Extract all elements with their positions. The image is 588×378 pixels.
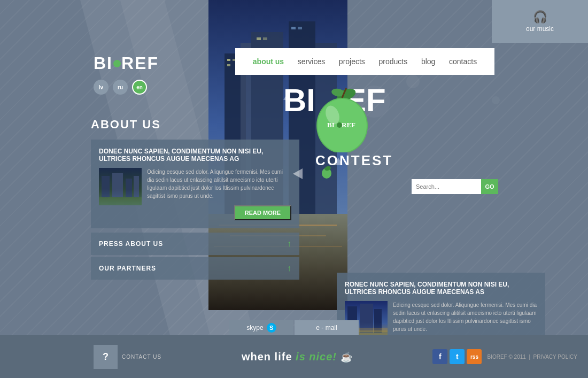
accordion-press[interactable]: PRESS ABOUT US ↑ [91, 233, 299, 255]
social-icons: f t rss [432, 349, 482, 364]
article-1-text: Odicing eesque sed dolor. Aliqungue ferm… [147, 168, 291, 200]
accordion-partners-label: OUR PARTNERS [99, 265, 156, 272]
article-2-text: Edicing eesque sed dolor. Aliqungue ferm… [393, 301, 537, 333]
about-us-title: ABOUT US [91, 118, 299, 132]
nav-projects[interactable]: projects [334, 55, 370, 68]
svg-rect-26 [102, 176, 110, 197]
svg-rect-34 [374, 309, 382, 333]
skype-label: skype [246, 324, 263, 331]
main-nav: about us services projects products blog… [235, 48, 494, 75]
copyright-text: BIOREF © 2011 [487, 354, 525, 360]
contact-us-label: CONTACT US [122, 354, 161, 360]
article-1-title: DONEC NUNC SAPIEN, CONDIMENTUM NON NISI … [99, 148, 291, 163]
language-selector: lv ru en [94, 80, 159, 95]
lang-en[interactable]: en [132, 80, 147, 95]
accordion-partners-arrow: ↑ [287, 264, 291, 273]
svg-rect-29 [134, 176, 139, 197]
search-button[interactable]: GO [481, 179, 498, 194]
svg-rect-9 [257, 37, 261, 40]
rss-icon[interactable]: rss [467, 349, 482, 364]
svg-rect-11 [291, 27, 296, 29]
logo-dot [113, 60, 121, 67]
nav-services[interactable]: services [292, 55, 330, 68]
skype-icon: S [267, 323, 276, 333]
logo: BI REF [94, 53, 159, 73]
nav-contacts[interactable]: contacts [444, 55, 482, 68]
headphone-icon: 🎧 [533, 10, 547, 24]
nav-products[interactable]: products [374, 55, 413, 68]
left-panel: ABOUT US DONEC NUNC SAPIEN, CONDIMENTUM … [91, 118, 299, 282]
apple-decoration: BI REF [310, 83, 374, 155]
facebook-icon[interactable]: f [432, 349, 447, 364]
article-card-1: DONEC NUNC SAPIEN, CONDIMENTUM NON NISI … [91, 140, 299, 228]
svg-text:REF: REF [342, 121, 355, 129]
logo-ref: REF [121, 53, 159, 73]
accordion-partners[interactable]: OUR PARTNERS ↑ [91, 257, 299, 280]
tagline-part1: when life [242, 351, 292, 362]
our-music-button[interactable]: 🎧 our music [492, 0, 588, 43]
svg-text:BI: BI [327, 121, 335, 129]
bottom-bar: ? CONTACT US when life is nice! ☕ f t rs… [0, 335, 588, 378]
deco-triangle-3 [283, 94, 291, 100]
svg-rect-12 [298, 27, 302, 29]
privacy-policy-link[interactable]: PRIVACY POLICY [533, 354, 577, 360]
nav-about-us[interactable]: about us [247, 55, 289, 68]
article-2-title: RONEC NUNC SAPIEN, CONDIMENTUM NON NISI … [345, 281, 537, 296]
lang-lv[interactable]: lv [94, 80, 109, 95]
nav-blog[interactable]: blog [416, 55, 440, 68]
svg-rect-33 [360, 304, 373, 333]
article-1-body: Odicing eesque sed dolor. Aliqungue ferm… [99, 168, 291, 220]
article-1-read-more[interactable]: READ MORE [234, 205, 291, 220]
our-music-label: our music [526, 25, 554, 33]
logo-b: BI [94, 53, 113, 73]
email-tab[interactable]: e - mail [295, 320, 359, 335]
search-bar: GO [412, 179, 498, 194]
accordion-press-label: PRESS ABOUT US [99, 240, 163, 248]
accordion-press-arrow: ↑ [287, 239, 291, 249]
svg-rect-8 [227, 64, 230, 66]
email-label: e - mail [316, 324, 337, 331]
svg-rect-6 [227, 59, 230, 61]
skype-tab[interactable]: skype S [229, 320, 293, 335]
tagline: when life is nice! ☕ [161, 351, 432, 363]
logo-area: BI REF lv ru en [94, 53, 159, 95]
tagline-part2: is nice! [296, 351, 337, 362]
deco-triangle-1 [293, 168, 303, 179]
tagline-cup: ☕ [341, 352, 353, 362]
svg-rect-27 [112, 173, 123, 197]
copyright: BIOREF © 2011 | PRIVACY POLICY [487, 354, 577, 360]
lang-ru[interactable]: ru [113, 80, 128, 95]
deco-triangle-2 [334, 158, 343, 165]
contact-question-btn[interactable]: ? [94, 345, 118, 369]
twitter-icon[interactable]: t [450, 349, 465, 364]
svg-rect-10 [263, 37, 267, 40]
article-1-image [99, 168, 142, 205]
contest-label: CONTEST [315, 152, 393, 169]
svg-rect-30 [99, 197, 142, 205]
contact-tabs: skype S e - mail [229, 320, 359, 335]
search-input[interactable] [412, 179, 481, 194]
svg-rect-28 [126, 179, 132, 197]
